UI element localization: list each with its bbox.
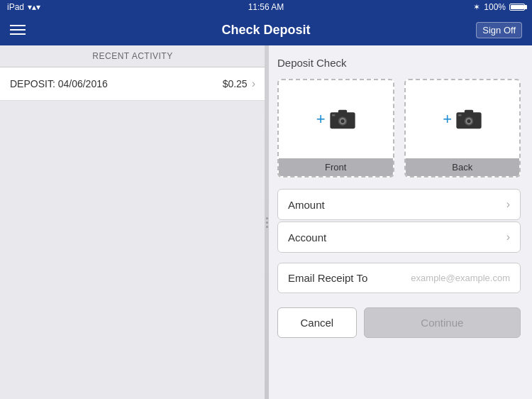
back-camera-icon xyxy=(456,109,482,130)
back-camera-icon-wrapper: + xyxy=(443,109,482,130)
status-bar: iPad ▾▴▾ 11:56 AM ✶ 100% xyxy=(0,0,532,14)
front-camera-icon xyxy=(330,109,355,130)
battery-icon xyxy=(509,4,525,11)
deposit-amount: $0.25 › xyxy=(223,77,255,90)
status-bar-time: 11:56 AM xyxy=(248,2,284,12)
amount-field[interactable]: Amount › xyxy=(277,189,521,220)
deposit-label: DEPOSIT: 04/06/2016 xyxy=(10,78,108,89)
front-check-box[interactable]: + Front xyxy=(277,79,394,177)
check-images: + Front xyxy=(277,79,521,177)
back-plus-icon: + xyxy=(443,111,452,127)
app-header: Check Deposit Sign Off xyxy=(0,14,532,45)
front-plus-icon: + xyxy=(316,111,326,127)
back-check-area[interactable]: + xyxy=(406,80,520,158)
account-chevron-icon: › xyxy=(506,231,510,244)
svg-rect-10 xyxy=(465,110,473,114)
status-bar-left: iPad ▾▴▾ xyxy=(7,2,40,12)
front-label: Front xyxy=(279,158,393,176)
email-field[interactable]: Email Receipt To example@example.com xyxy=(277,263,521,293)
menu-button[interactable] xyxy=(10,25,26,35)
continue-button[interactable]: Continue xyxy=(364,307,521,338)
amount-chevron-icon: › xyxy=(506,198,510,211)
svg-point-9 xyxy=(467,119,471,123)
back-label: Back xyxy=(406,158,520,176)
deposit-chevron-icon: › xyxy=(252,77,255,90)
sign-off-button[interactable]: Sign Off xyxy=(476,22,522,38)
cancel-button[interactable]: Cancel xyxy=(277,307,357,338)
back-check-box[interactable]: + Back xyxy=(404,79,521,177)
svg-rect-11 xyxy=(458,114,461,116)
recent-activity-header: RECENT ACTIVITY xyxy=(0,45,265,67)
left-panel: RECENT ACTIVITY DEPOSIT: 04/06/2016 $0.2… xyxy=(0,45,266,399)
status-bar-right: ✶ 100% xyxy=(473,2,525,12)
wifi-icon: ▾▴▾ xyxy=(28,2,40,12)
email-placeholder: example@example.com xyxy=(411,273,510,283)
svg-rect-4 xyxy=(338,110,346,114)
account-label: Account xyxy=(288,231,326,244)
amount-label: Amount xyxy=(288,199,325,211)
svg-point-3 xyxy=(340,119,344,123)
bluetooth-icon: ✶ xyxy=(473,2,480,12)
deposit-row[interactable]: DEPOSIT: 04/06/2016 $0.25 › xyxy=(0,67,265,101)
svg-rect-5 xyxy=(332,114,335,116)
front-camera-icon-wrapper: + xyxy=(316,109,355,130)
right-panel: Deposit Check + xyxy=(266,45,532,399)
deposit-amount-value: $0.25 xyxy=(223,78,248,89)
account-field[interactable]: Account › xyxy=(277,222,521,253)
email-receipt-label: Email Receipt To xyxy=(288,272,367,284)
main-layout: RECENT ACTIVITY DEPOSIT: 04/06/2016 $0.2… xyxy=(0,45,532,399)
scroll-divider xyxy=(265,45,269,399)
battery-label: 100% xyxy=(484,2,506,12)
section-title: Deposit Check xyxy=(277,57,521,69)
front-check-area[interactable]: + xyxy=(279,80,393,158)
carrier-label: iPad xyxy=(7,2,24,12)
button-row: Cancel Continue xyxy=(277,307,521,338)
page-title: Check Deposit xyxy=(221,23,310,38)
